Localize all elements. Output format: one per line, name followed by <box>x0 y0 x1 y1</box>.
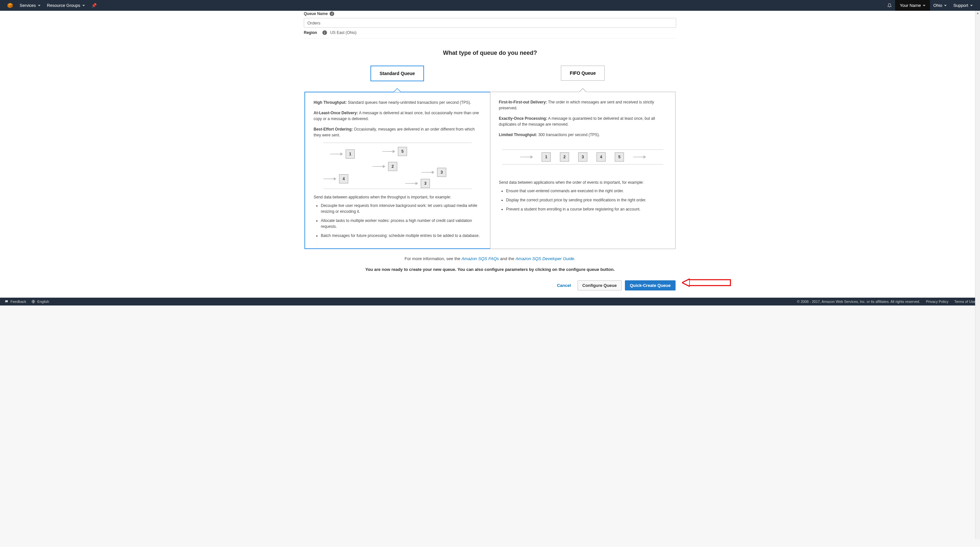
msg-box: 1 <box>345 149 355 159</box>
tab-pointer-inner <box>579 89 586 92</box>
username-label: Your Name <box>900 3 921 8</box>
feature-title: At-Least-Once Delivery: <box>313 111 358 115</box>
list-item: Batch messages for future processing: sc… <box>321 233 482 239</box>
services-label: Services <box>20 3 36 8</box>
msg-box: 4 <box>597 152 606 162</box>
msg-box: 2 <box>388 162 397 171</box>
services-menu[interactable]: Services <box>16 0 44 11</box>
globe-icon <box>31 300 35 303</box>
action-row: Cancel Configure Queue Quick-Create Queu… <box>304 278 676 298</box>
notifications-button[interactable] <box>884 0 895 11</box>
pin-icon: 📌 <box>91 3 97 8</box>
fifo-queue-tab[interactable]: FIFO Queue <box>561 66 605 81</box>
aws-top-nav: Services Resource Groups 📌 Your Name Ohi… <box>0 0 980 11</box>
support-label: Support <box>953 3 968 8</box>
sqs-dev-guide-link[interactable]: Amazon SQS Developer Guide <box>515 256 574 261</box>
fifo-desc: Send data between applications when the … <box>499 180 667 185</box>
feedback-button[interactable]: Feedback <box>5 300 26 303</box>
feature-title: Limited Throughput: <box>499 133 537 137</box>
chevron-down-icon <box>944 5 947 6</box>
arrow-icon <box>422 172 434 173</box>
language-button[interactable]: English <box>31 300 49 303</box>
language-label: English <box>37 300 49 303</box>
msg-box: 4 <box>339 174 348 184</box>
arrow-icon <box>405 183 417 184</box>
queue-name-input[interactable] <box>304 18 676 28</box>
annotation-arrow-icon <box>682 278 731 286</box>
bell-icon <box>887 3 892 8</box>
resource-groups-menu[interactable]: Resource Groups <box>44 0 88 11</box>
feature-title: First-In-First-out Delivery: <box>499 100 547 105</box>
chat-icon <box>5 300 8 303</box>
fifo-diagram: 1 2 3 4 5 <box>502 149 663 165</box>
pin-shortcut[interactable]: 📌 <box>88 0 100 11</box>
terms-of-use-link[interactable]: Terms of Use <box>954 300 975 303</box>
aws-bottom-bar: Feedback English © 2008 - 2017, Amazon W… <box>0 298 980 306</box>
standard-queue-panel[interactable]: High Throughput: Standard queues have ne… <box>304 92 490 249</box>
feedback-label: Feedback <box>10 300 26 303</box>
cancel-button[interactable]: Cancel <box>554 281 574 290</box>
msg-box: 5 <box>615 152 624 162</box>
msg-box: 3 <box>421 179 430 188</box>
chevron-down-icon <box>923 5 926 6</box>
tab-pointer-inner <box>394 89 401 92</box>
info-icon[interactable]: i <box>323 30 327 35</box>
feature-body: Standard queues have nearly-unlimited tr… <box>348 100 471 105</box>
feature-title: Exactly-Once Processing: <box>499 116 547 121</box>
more-info-mid: and the <box>500 256 514 261</box>
msg-box: 2 <box>560 152 569 162</box>
resource-groups-label: Resource Groups <box>47 3 80 8</box>
msg-box: 5 <box>398 147 407 156</box>
aws-logo[interactable] <box>4 0 16 11</box>
list-item: Ensure that user-entered commands are ex… <box>506 188 667 194</box>
privacy-policy-link[interactable]: Privacy Policy <box>926 300 948 303</box>
more-info-line: For more information, see the Amazon SQS… <box>0 256 980 261</box>
region-label: Ohio <box>933 3 942 8</box>
scroll-up-button[interactable] <box>975 11 980 16</box>
queue-name-label-row: Queue Name i <box>304 11 676 16</box>
arrow-icon <box>633 157 646 157</box>
queue-type-heading: What type of queue do you need? <box>0 50 980 57</box>
quick-create-queue-button[interactable]: Quick-Create Queue <box>625 281 676 290</box>
region-menu[interactable]: Ohio <box>930 0 950 11</box>
ready-line: You are now ready to create your new que… <box>0 267 980 272</box>
svg-rect-3 <box>689 280 730 285</box>
msg-box: 3 <box>578 152 587 162</box>
arrow-icon <box>372 166 385 167</box>
chevron-down-icon <box>38 5 40 6</box>
cube-icon <box>7 3 13 8</box>
feature-body: 300 transactions per second (TPS). <box>538 133 600 137</box>
sqs-faqs-link[interactable]: Amazon SQS FAQs <box>461 256 499 261</box>
scrollbar[interactable] <box>975 11 980 539</box>
list-item: Decouple live user requests from intensi… <box>321 203 482 214</box>
arrow-icon <box>330 154 342 154</box>
msg-box: 1 <box>542 152 551 162</box>
fifo-tab-zone: FIFO Queue <box>490 66 676 92</box>
info-icon[interactable]: i <box>329 11 334 16</box>
copyright-text: © 2008 - 2017, Amazon Web Services, Inc.… <box>797 300 920 303</box>
configure-queue-button[interactable]: Configure Queue <box>578 281 622 290</box>
more-info-prefix: For more information, see the <box>405 256 461 261</box>
chevron-down-icon <box>970 5 973 6</box>
account-menu[interactable]: Your Name <box>895 0 930 11</box>
arrow-icon <box>382 151 395 152</box>
list-item: Display the correct product price by sen… <box>506 197 667 203</box>
feature-title: Best-Effort Ordering: <box>313 127 353 132</box>
msg-box: 3 <box>437 168 446 177</box>
list-item: Allocate tasks to multiple worker nodes:… <box>321 218 482 230</box>
region-row: Region i US East (Ohio) <box>304 28 676 38</box>
queue-name-label: Queue Name <box>304 11 328 16</box>
list-item: Prevent a student from enrolling in a co… <box>506 206 667 212</box>
region-label: Region <box>304 30 317 35</box>
more-info-suffix: . <box>574 256 576 261</box>
region-value: US East (Ohio) <box>330 30 357 35</box>
fifo-queue-panel[interactable]: First-In-First-out Delivery: The order i… <box>490 92 676 249</box>
arrow-icon <box>520 157 533 157</box>
standard-diagram: 1 5 2 3 4 <box>323 143 472 189</box>
support-menu[interactable]: Support <box>950 0 976 11</box>
standard-queue-tab[interactable]: Standard Queue <box>371 66 424 81</box>
standard-desc: Send data between applications when the … <box>313 195 482 200</box>
chevron-down-icon <box>82 5 85 6</box>
feature-title: High Throughput: <box>313 100 347 105</box>
page-body: Queue Name i Region i US East (Ohio) Wha… <box>0 11 980 298</box>
